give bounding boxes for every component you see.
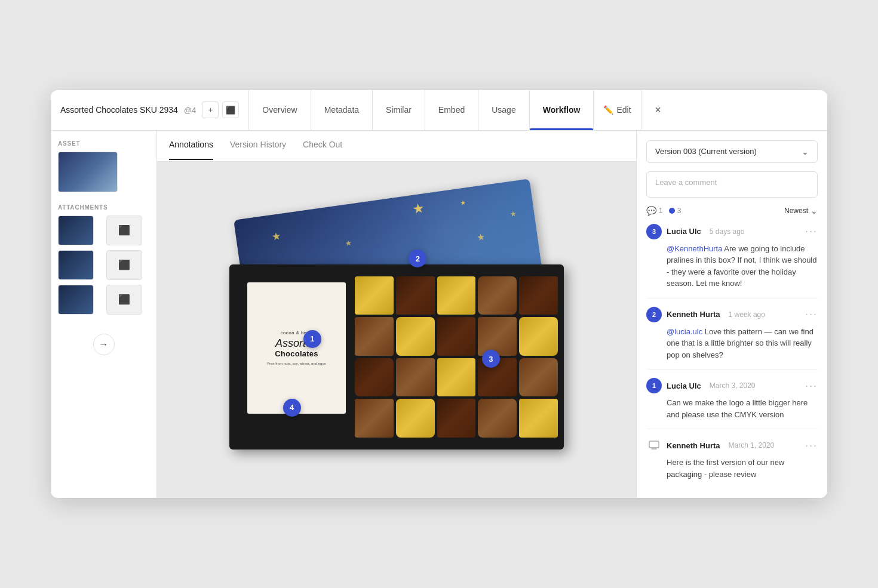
choc-piece	[478, 317, 517, 356]
comment-item: Kenneth Hurta March 1, 2020 ··· Here is …	[646, 438, 818, 488]
choc-piece	[519, 358, 558, 397]
comment-author: Kenneth Hurta March 1, 2020	[646, 438, 774, 453]
top-navigation: Assorted Chocolates SKU 2934 @4 ＋ ⬛ Over…	[51, 90, 827, 131]
comment-header: 2 Kenneth Hurta 1 week ago ···	[646, 307, 818, 322]
attachment-item[interactable]	[58, 250, 94, 280]
attachment-item[interactable]	[58, 216, 94, 245]
right-panel: Version 003 (Current version) ⌄ Leave a …	[636, 131, 827, 498]
sub-tab-check-out[interactable]: Check Out	[303, 140, 342, 152]
comment-text: Can we make the logo a little bigger her…	[667, 398, 808, 419]
annotation-pin-3[interactable]: 3	[482, 350, 500, 368]
comment-placeholder: Leave a comment	[655, 178, 717, 187]
attachments-section: ATTACHMENTS ⬛ ⬛ ⬛	[58, 204, 149, 315]
product-subtitle: Chocolates	[275, 349, 318, 358]
asset-at-count: @4	[184, 106, 196, 115]
add-icon-button[interactable]: ＋	[202, 101, 219, 118]
sub-tab-annotations[interactable]: Annotations	[169, 140, 213, 152]
chevron-down-icon: ⌄	[802, 147, 809, 156]
avatar: 3	[646, 224, 662, 239]
avatar: 1	[646, 378, 662, 393]
attachment-item[interactable]: ⬛	[106, 285, 142, 315]
choc-piece	[355, 276, 394, 315]
choc-piece	[396, 358, 435, 397]
choc-piece	[478, 399, 517, 438]
comment-text: Here is the first version of our new pac…	[667, 458, 784, 479]
mention: @lucia.ulc	[667, 327, 702, 336]
choc-piece	[355, 358, 394, 397]
more-options-button[interactable]: ···	[805, 439, 818, 452]
next-arrow-button[interactable]: →	[93, 334, 115, 355]
version-dropdown[interactable]: Version 003 (Current version) ⌄	[646, 140, 818, 163]
chevron-down-sort-icon: ⌄	[811, 206, 818, 216]
choc-piece	[437, 358, 476, 397]
comment-time: 5 days ago	[710, 227, 745, 236]
author-name: Lucia Ulc	[667, 381, 701, 390]
product-free-from: Free from nuts, soy, wheat, and eggs	[267, 362, 326, 365]
more-options-button[interactable]: ···	[805, 380, 818, 392]
main-window: Assorted Chocolates SKU 2934 @4 ＋ ⬛ Over…	[51, 90, 827, 498]
sort-dropdown[interactable]: Newest ⌄	[784, 206, 818, 216]
attachment-item[interactable]: ⬛	[106, 250, 142, 280]
choc-piece	[396, 317, 435, 356]
comment-body: Can we make the logo a little bigger her…	[646, 397, 818, 420]
comment-input[interactable]: Leave a comment	[646, 171, 818, 198]
sub-tab-version-history[interactable]: Version History	[230, 140, 286, 152]
attachment-item[interactable]	[58, 285, 94, 315]
more-options-button[interactable]: ···	[805, 308, 818, 321]
center-panel: Annotations Version History Check Out	[157, 131, 636, 498]
download-icon-button[interactable]: ⬛	[222, 101, 239, 118]
author-name: Kenneth Hurta	[667, 310, 720, 319]
tab-similar[interactable]: Similar	[373, 90, 425, 130]
tab-embed[interactable]: Embed	[425, 90, 478, 130]
comment-author: 3 Lucia Ulc 5 days ago	[646, 224, 745, 239]
comment-header: Kenneth Hurta March 1, 2020 ···	[646, 438, 818, 453]
pencil-icon: ✏️	[603, 105, 613, 115]
main-content: ASSET ATTACHMENTS ⬛ ⬛ ⬛ →	[51, 131, 827, 498]
tab-workflow[interactable]: Workflow	[530, 90, 594, 130]
tab-metadata[interactable]: Metadata	[311, 90, 373, 130]
dot-blue-icon	[669, 208, 675, 214]
close-icon: ×	[655, 104, 661, 116]
comment-author: 1 Lucia Ulc March 3, 2020	[646, 378, 756, 393]
tab-usage[interactable]: Usage	[478, 90, 529, 130]
tab-overview[interactable]: Overview	[249, 90, 311, 130]
sort-label: Newest	[784, 207, 808, 215]
comment-header: 3 Lucia Ulc 5 days ago ···	[646, 224, 818, 239]
image-area: cocoa & bean Assorted Chocolates Free fr…	[157, 162, 636, 498]
choc-piece	[519, 317, 558, 356]
box-label: cocoa & bean Assorted Chocolates Free fr…	[247, 282, 346, 414]
asset-title-text: Assorted Chocolates SKU 2934	[60, 105, 178, 115]
comment-item: 2 Kenneth Hurta 1 week ago ··· @lucia.ul…	[646, 307, 818, 370]
author-name: Lucia Ulc	[667, 227, 701, 236]
comment-meta-left: 💬 1 3	[646, 206, 681, 216]
edit-button[interactable]: ✏️ Edit	[594, 90, 641, 130]
comment-meta-bar: 💬 1 3 Newest ⌄	[646, 206, 818, 216]
svg-rect-0	[649, 441, 659, 448]
annotation-pin-4[interactable]: 4	[283, 399, 301, 417]
close-button[interactable]: ×	[641, 90, 675, 130]
choc-piece	[437, 317, 476, 356]
comment-item: 3 Lucia Ulc 5 days ago ··· @KennethHurta…	[646, 224, 818, 298]
asset-thumbnail[interactable]	[58, 152, 118, 192]
choc-piece	[355, 317, 394, 356]
more-options-button[interactable]: ···	[805, 225, 818, 238]
comment-time: March 1, 2020	[729, 441, 775, 450]
box-front: cocoa & bean Assorted Chocolates Free fr…	[229, 264, 564, 450]
sub-tabs: Annotations Version History Check Out	[157, 131, 636, 162]
annotation-pin-1[interactable]: 1	[303, 330, 321, 348]
author-name: Kenneth Hurta	[667, 441, 720, 450]
comment-time: 1 week ago	[729, 310, 765, 319]
comment-time: March 3, 2020	[710, 381, 756, 390]
choc-piece	[355, 399, 394, 438]
comment-item: 1 Lucia Ulc March 3, 2020 ··· Can we mak…	[646, 378, 818, 429]
chocolates-grid	[355, 276, 558, 438]
choc-piece	[396, 399, 435, 438]
asset-section-label: ASSET	[58, 140, 149, 147]
comment-body: @lucia.ulc Love this pattern — can we fi…	[646, 326, 818, 361]
attachment-item[interactable]: ⬛	[106, 216, 142, 245]
choc-piece	[478, 276, 517, 315]
count-2: 3	[677, 207, 681, 215]
version-label: Version 003 (Current version)	[655, 147, 757, 156]
asset-action-icons: ＋ ⬛	[202, 101, 239, 118]
comment-count-1: 💬 1	[646, 206, 663, 216]
